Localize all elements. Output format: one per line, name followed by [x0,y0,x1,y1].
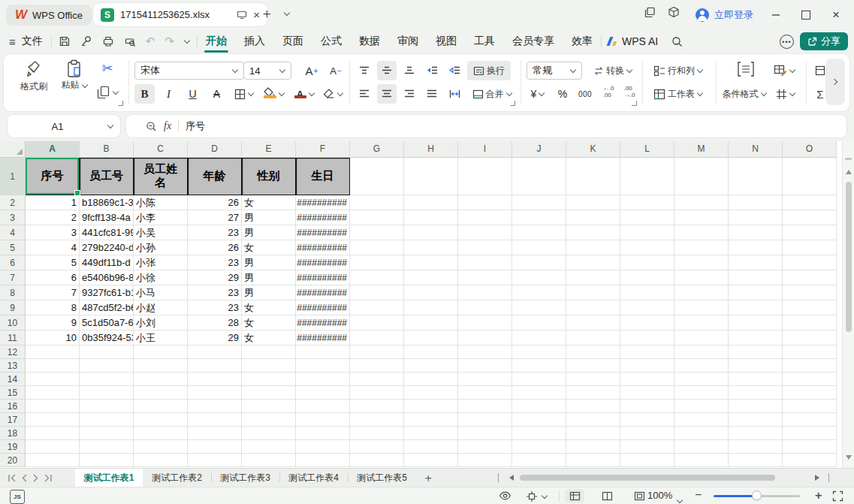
cell-C18[interactable] [134,427,188,440]
document-tab[interactable]: S 1715411253625.xlsx × [93,3,267,26]
cell-L19[interactable] [620,440,674,454]
formula-bar[interactable]: fx 序号 [126,115,846,137]
cut-button[interactable]: ✂ [92,60,122,77]
cell-M14[interactable] [674,373,729,386]
cell-O3[interactable] [783,210,837,225]
cell-F1[interactable]: 生日 [296,158,350,195]
cell-E6[interactable]: 男 [242,255,296,270]
cell-F6[interactable]: ########## [296,255,350,270]
tab-tools[interactable]: 工具 [472,35,496,48]
cell-N16[interactable] [729,400,783,413]
select-all-corner[interactable] [0,141,26,158]
cell-B18[interactable] [80,427,134,440]
cell-N13[interactable] [729,359,783,373]
row-header-15[interactable]: 15 [0,386,26,400]
cell-K3[interactable] [566,210,620,225]
cell-D19[interactable] [188,440,242,454]
rows-cols-chevron-icon[interactable] [697,68,703,74]
cell-J16[interactable] [512,400,566,413]
cell-B6[interactable]: 449df11b-d [80,255,134,270]
cells-button[interactable] [771,84,800,104]
cell-E15[interactable] [242,386,296,400]
tab-insert[interactable]: 插入 [243,35,267,48]
share-button[interactable]: 分享 [800,32,848,50]
cell-B14[interactable] [80,373,134,386]
cell-J10[interactable] [512,315,566,330]
cell-I10[interactable] [458,315,512,330]
cell-E7[interactable]: 男 [242,270,296,285]
search-icon[interactable] [671,36,683,47]
cell-A9[interactable]: 8 [26,300,80,315]
tab-data[interactable]: 数据 [358,35,382,48]
cell-J19[interactable] [512,440,566,454]
cell-J15[interactable] [512,386,566,400]
add-sheet-button[interactable]: ＋ [419,469,437,487]
cell-H13[interactable] [404,359,458,373]
cell-M16[interactable] [674,400,729,413]
zoom-slider-thumb[interactable] [753,491,761,499]
cell-K19[interactable] [566,440,620,454]
cell-B2[interactable]: b18869c1-3 [80,195,134,210]
cell-N18[interactable] [729,427,783,440]
cell-A10[interactable]: 9 [26,315,80,330]
cell-E9[interactable]: 女 [242,300,296,315]
cell-M13[interactable] [674,359,729,373]
cell-K11[interactable] [566,330,620,346]
cell-D11[interactable]: 29 [188,330,242,346]
cell-N9[interactable] [729,300,783,315]
cell-B16[interactable] [80,400,134,413]
cell-E1[interactable]: 性别 [242,158,296,195]
cell-I11[interactable] [458,330,512,346]
sheet-tab-5[interactable]: 测试工作表5 [348,469,416,487]
cell-O20[interactable] [783,454,837,467]
cell-D10[interactable]: 28 [188,315,242,330]
cell-N5[interactable] [729,240,783,255]
cell-G5[interactable] [350,240,404,255]
cell-M4[interactable] [674,225,729,240]
sheet-tab-3[interactable]: 测试工作表3 [211,469,279,487]
next-sheet-icon[interactable] [32,474,39,482]
cell-I18[interactable] [458,427,512,440]
align-center-button[interactable] [377,84,397,104]
conditional-format-button[interactable]: 条件格式 [717,84,771,104]
cell-A17[interactable] [26,413,80,427]
cell-E20[interactable] [242,454,296,467]
cell-K16[interactable] [566,400,620,413]
fill-color-chevron-icon[interactable] [279,91,285,97]
cell-F18[interactable] [296,427,350,440]
cell-A3[interactable]: 2 [26,210,80,225]
cell-L6[interactable] [620,255,674,270]
cell-B11[interactable]: 0b35f924-53 [80,330,134,346]
convert-chevron-icon[interactable] [626,68,632,74]
row-header-8[interactable]: 8 [0,285,26,300]
row-header-9[interactable]: 9 [0,300,26,315]
cell-G13[interactable] [350,359,404,373]
cell-F7[interactable]: ########## [296,270,350,285]
currency-chevron-icon[interactable] [539,91,545,97]
cell-M19[interactable] [674,440,729,454]
cell-N10[interactable] [729,315,783,330]
cell-E13[interactable] [242,359,296,373]
cell-I16[interactable] [458,400,512,413]
cell-G20[interactable] [350,454,404,467]
cell-I17[interactable] [458,413,512,427]
cell-O10[interactable] [783,315,837,330]
cell-B10[interactable]: 5c1d50a7-66 [80,315,134,330]
cell-B17[interactable] [80,413,134,427]
cell-A11[interactable]: 10 [26,330,80,346]
cell-F10[interactable]: ########## [296,315,350,330]
cell-F12[interactable] [296,346,350,359]
cell-M8[interactable] [674,285,729,300]
cell-I15[interactable] [458,386,512,400]
cell-M12[interactable] [674,346,729,359]
vertical-scrollbar[interactable] [842,141,854,468]
cell-D16[interactable] [188,400,242,413]
workspace-box-icon[interactable] [668,6,680,18]
cell-E3[interactable]: 男 [242,210,296,225]
cell-I19[interactable] [458,440,512,454]
cell-F5[interactable]: ########## [296,240,350,255]
cell-J11[interactable] [512,330,566,346]
page-break-view-button[interactable] [629,489,649,503]
eye-icon[interactable] [499,490,511,501]
cell-N6[interactable] [729,255,783,270]
